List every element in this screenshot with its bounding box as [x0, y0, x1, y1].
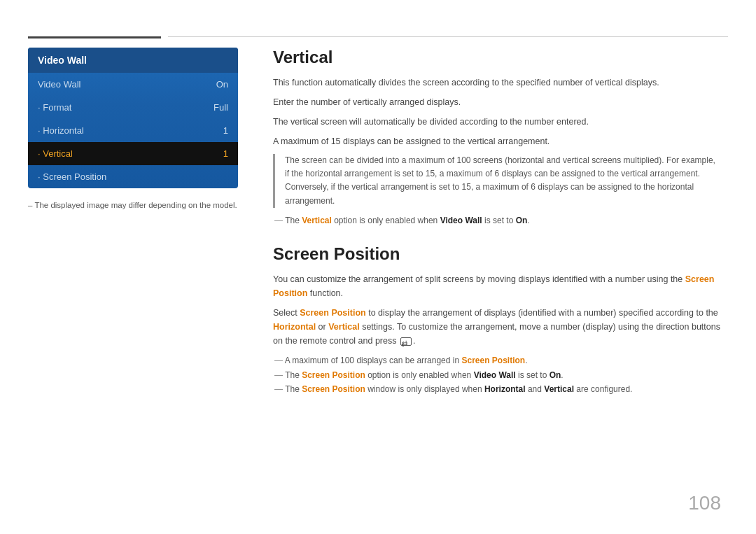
vertical-note-inline: The Vertical option is only enabled when…	[273, 213, 721, 227]
sp-note-3: The Screen Position window is only displ…	[273, 382, 721, 396]
panel-note: – The displayed image may differ dependi…	[28, 201, 238, 209]
sp-note-2-h2: Video Wall	[474, 370, 516, 380]
vertical-note-block: The screen can be divided into a maximum…	[273, 154, 721, 208]
menu-item-screenposition[interactable]: · Screen Position	[28, 165, 238, 188]
vertical-highlight-on: On	[516, 216, 528, 225]
screenposition-para-2: Select Screen Position to display the ar…	[273, 306, 721, 348]
menu-item-format-label: · Format	[38, 102, 71, 113]
sp-note-1: A maximum of 100 displays can be arrange…	[273, 353, 721, 367]
sp-note-3-h3: Vertical	[544, 384, 574, 394]
sp-note-3-h2: Horizontal	[484, 384, 526, 394]
sp-note-2-h3: On	[550, 370, 561, 380]
screenposition-para-1: You can customize the arrangement of spl…	[273, 272, 721, 300]
vertical-title: Vertical	[273, 48, 721, 67]
menu-item-format-value: Full	[214, 102, 228, 113]
enter-icon: ↵	[400, 337, 412, 346]
vertical-highlight-videowall: Video Wall	[440, 216, 482, 225]
sp-highlight-4: Vertical	[328, 322, 359, 332]
vertical-para-3: The vertical screen will automatically b…	[273, 115, 721, 129]
vertical-para-4: A maximum of 15 displays can be assigned…	[273, 134, 721, 148]
menu-item-screenposition-label: · Screen Position	[38, 171, 106, 182]
menu-item-videowall-value: On	[216, 79, 228, 90]
sp-note-1-highlight: Screen Position	[461, 356, 525, 365]
menu-item-horizontal[interactable]: · Horizontal 1	[28, 119, 238, 142]
menu-item-vertical-label: · Vertical	[38, 148, 73, 159]
section-vertical: Vertical This function automatically div…	[273, 48, 721, 227]
top-border-left	[28, 36, 161, 38]
sp-highlight-2: Screen Position	[300, 308, 365, 318]
menu-box: Video Wall Video Wall On · Format Full ·…	[28, 48, 238, 188]
screenposition-title: Screen Position	[273, 244, 721, 264]
menu-item-horizontal-label: · Horizontal	[38, 125, 84, 136]
menu-item-videowall[interactable]: Video Wall On	[28, 73, 238, 96]
menu-item-vertical-value: 1	[223, 148, 228, 159]
sp-note-2: The Screen Position option is only enabl…	[273, 368, 721, 382]
top-border-right	[168, 36, 728, 37]
vertical-para-1: This function automatically divides the …	[273, 76, 721, 90]
menu-item-format[interactable]: · Format Full	[28, 96, 238, 119]
menu-item-horizontal-value: 1	[223, 125, 228, 136]
section-screenposition: Screen Position You can customize the ar…	[273, 244, 721, 396]
sp-note-2-h1: Screen Position	[302, 370, 365, 380]
vertical-highlight-vertical: Vertical	[302, 216, 332, 225]
right-content: Vertical This function automatically div…	[273, 48, 721, 396]
vertical-para-2: Enter the number of vertically arranged …	[273, 95, 721, 109]
left-panel: Video Wall Video Wall On · Format Full ·…	[28, 48, 238, 209]
sp-highlight-1: Screen Position	[273, 274, 714, 298]
menu-title: Video Wall	[28, 48, 238, 73]
menu-item-videowall-label: Video Wall	[38, 79, 80, 90]
sp-note-3-h1: Screen Position	[302, 384, 365, 394]
page-number: 108	[688, 492, 721, 514]
sp-highlight-3: Horizontal	[273, 322, 316, 332]
menu-item-vertical[interactable]: · Vertical 1	[28, 142, 238, 165]
